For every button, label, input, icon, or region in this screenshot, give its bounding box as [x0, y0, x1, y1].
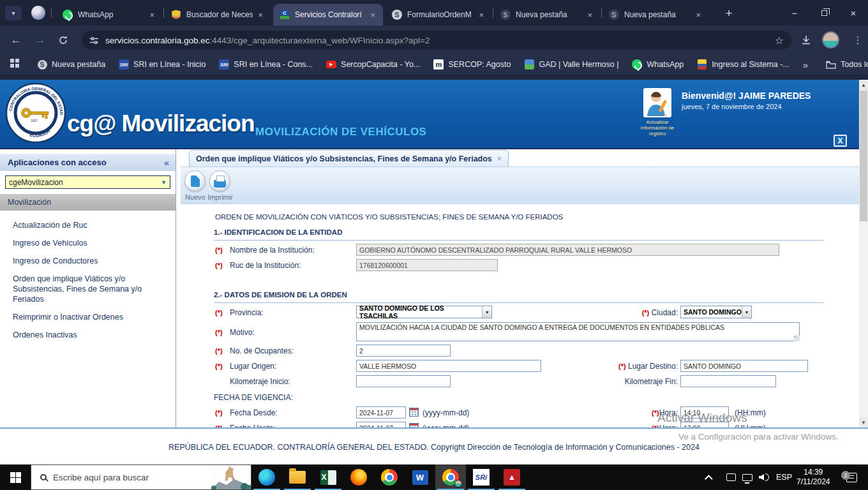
- kilometraje-fin-field[interactable]: [680, 375, 776, 387]
- all-bookmarks-button[interactable]: Todos los marcadores: [826, 59, 868, 70]
- textarea-resize-handle[interactable]: [794, 336, 800, 341]
- taskbar-firefox[interactable]: [343, 464, 374, 490]
- omnibox[interactable]: servicios.contraloria.gob.ec:4443/cge_ar…: [82, 31, 791, 50]
- motivo-field[interactable]: MOVILIZACIÓN HACIA LA CIUDAD DE SANTO DO…: [356, 322, 800, 341]
- bookmark-sri-inicio[interactable]: SRISRI en Línea - Inicio: [119, 59, 206, 70]
- forward-button[interactable]: →: [31, 31, 50, 50]
- sidebar-item-ingreso-vehiculos[interactable]: Ingreso de Vehículos: [13, 238, 165, 248]
- collapse-sidebar-icon[interactable]: «: [164, 157, 169, 168]
- tab-close-icon[interactable]: ×: [148, 10, 156, 20]
- bookmark-sri-consultas[interactable]: SRISRI en Línea - Cons...: [219, 59, 313, 70]
- document-tab-orden[interactable]: Orden que implique Viáticos y/o Subsiste…: [189, 150, 509, 167]
- sidebar-item-ordenes-inactivas[interactable]: Ordenes Inactivas: [13, 330, 165, 340]
- taskbar-excel[interactable]: [313, 464, 343, 490]
- fecha-desde-field[interactable]: [356, 406, 406, 419]
- profile-avatar[interactable]: [822, 31, 839, 48]
- calendar-icon[interactable]: [409, 408, 419, 417]
- back-button[interactable]: ←: [6, 31, 26, 50]
- action-center-button[interactable]: 2: [846, 464, 857, 490]
- taskbar-acrobat[interactable]: ▲: [497, 464, 527, 490]
- nombre-institucion-field[interactable]: [356, 244, 779, 256]
- pinned-tab[interactable]: [31, 6, 45, 20]
- kilometraje-inicio-field[interactable]: [356, 375, 451, 387]
- chevron-up-icon: [705, 475, 713, 483]
- downloads-button[interactable]: [797, 31, 816, 50]
- scroll-up-arrow[interactable]: ▲: [859, 80, 868, 90]
- page-scrollbar[interactable]: ▲ ▼: [859, 80, 868, 427]
- ocupantes-field[interactable]: [356, 345, 451, 357]
- window-restore-button[interactable]: [809, 0, 839, 26]
- tab-close-icon[interactable]: ×: [694, 10, 702, 20]
- taskbar-edge[interactable]: [251, 464, 282, 490]
- bookmark-nueva-pestana[interactable]: SNueva pestaña: [37, 59, 105, 70]
- search-icon: [40, 474, 47, 480]
- window-close-button[interactable]: ×: [839, 0, 868, 26]
- tray-clock[interactable]: 14:39 7/11/2024: [797, 464, 830, 490]
- reload-button[interactable]: [54, 31, 73, 50]
- browser-tab-whatsapp[interactable]: WhatsApp ×: [56, 4, 162, 26]
- taskbar-file-explorer[interactable]: [282, 464, 313, 490]
- youtube-icon: ▶: [326, 59, 336, 70]
- bookmark-sercopcapacita[interactable]: ▶SercopCapacita - Yo...: [326, 59, 420, 70]
- browser-tab-nueva-2[interactable]: S Nueva pestaña ×: [602, 4, 708, 26]
- taskbar-search[interactable]: [31, 464, 251, 490]
- bookmark-gad-valle-hermoso[interactable]: GAD | Valle Hermoso |: [524, 59, 618, 70]
- bookmark-star-icon[interactable]: ☆: [775, 34, 784, 47]
- ciudad-select[interactable]: SANTO DOMINGO ▼: [680, 306, 752, 318]
- site-info-icon[interactable]: [89, 36, 99, 45]
- bookmark-sercop-agosto[interactable]: mSERCOP: Agosto: [433, 59, 511, 70]
- taskbar-chrome-active[interactable]: [435, 464, 466, 490]
- window-minimize-button[interactable]: −: [780, 0, 809, 26]
- new-button[interactable]: [184, 170, 206, 191]
- taskbar-chrome[interactable]: [374, 464, 405, 490]
- tab-search-button[interactable]: ▾: [5, 6, 22, 20]
- application-select[interactable]: cgeMovilizacion ▼: [5, 175, 170, 189]
- lugar-origen-field[interactable]: [356, 360, 541, 372]
- browser-menu-button[interactable]: ⋮: [850, 31, 865, 50]
- tab-close-icon[interactable]: ×: [257, 10, 264, 20]
- windows-taskbar: W SRi ▲ ESP 14:39 7/11/2024 2: [0, 464, 868, 490]
- browser-tab-formulario[interactable]: S FormularioOrdenM ×: [385, 4, 491, 26]
- app-title: cg@ Movilizacion: [67, 110, 255, 137]
- update-profile-avatar[interactable]: [643, 88, 671, 117]
- tray-language[interactable]: ESP: [776, 464, 792, 490]
- tray-show-hidden[interactable]: [707, 464, 713, 490]
- sidebar-group-movilizacion[interactable]: Movilización: [0, 194, 176, 211]
- browser-tab-nueva-1[interactable]: S Nueva pestaña ×: [494, 4, 600, 26]
- taskbar-word[interactable]: W: [405, 464, 435, 490]
- scrollbar-thumb[interactable]: [860, 91, 867, 221]
- fecha-hasta-field[interactable]: [356, 422, 406, 427]
- search-highlight-wolf-image[interactable]: [211, 465, 251, 489]
- bookmark-label: SRI en Línea - Cons...: [234, 60, 313, 69]
- tray-volume[interactable]: [759, 464, 769, 490]
- tray-network[interactable]: [742, 464, 752, 490]
- calendar-icon[interactable]: [409, 423, 419, 427]
- apps-grid-icon[interactable]: [10, 59, 19, 70]
- bookmarks-overflow-button[interactable]: »: [803, 59, 808, 70]
- sidebar-item-orden-viaticos[interactable]: Orden que implique Viáticos y/o Subsiste…: [13, 274, 165, 304]
- document-tab-close-icon[interactable]: ×: [497, 154, 502, 163]
- browser-tab-buscador[interactable]: Buscador de Necesi ×: [165, 4, 271, 26]
- ruc-institucion-field[interactable]: [356, 259, 498, 271]
- tab-close-icon[interactable]: ×: [477, 10, 485, 20]
- sidebar-item-ingreso-conductores[interactable]: Ingreso de Conductores: [13, 256, 165, 266]
- bookmark-ingreso-sistema[interactable]: Ingreso al Sistema -...: [697, 59, 789, 70]
- url-text[interactable]: servicios.contraloria.gob.ec:4443/cge_ar…: [105, 36, 770, 45]
- sidebar-item-actualizacion-ruc[interactable]: Actualización de Ruc: [13, 220, 165, 230]
- tray-device[interactable]: [726, 464, 736, 490]
- browser-tab-servicios-active[interactable]: C Servicios Contralorí ×: [273, 4, 383, 26]
- new-tab-button[interactable]: +: [720, 5, 738, 22]
- profile-badge: [454, 480, 462, 487]
- start-button[interactable]: [0, 464, 31, 490]
- tab-close-icon[interactable]: ×: [369, 10, 377, 20]
- print-button[interactable]: [209, 170, 230, 191]
- taskbar-search-input[interactable]: [53, 473, 211, 482]
- bookmark-whatsapp[interactable]: WhatsApp: [632, 59, 684, 70]
- scroll-down-arrow[interactable]: ▼: [859, 417, 868, 427]
- tab-close-icon[interactable]: ×: [586, 10, 594, 20]
- provincia-select[interactable]: SANTO DOMINGO DE LOS TSACHILAS ▼: [356, 306, 492, 318]
- lugar-destino-field[interactable]: [680, 360, 808, 372]
- taskbar-sri[interactable]: SRi: [466, 464, 497, 490]
- sidebar-item-reimprimir[interactable]: Reimprimir o Inactivar Ordenes: [13, 312, 165, 322]
- logout-close-button[interactable]: X: [834, 135, 847, 147]
